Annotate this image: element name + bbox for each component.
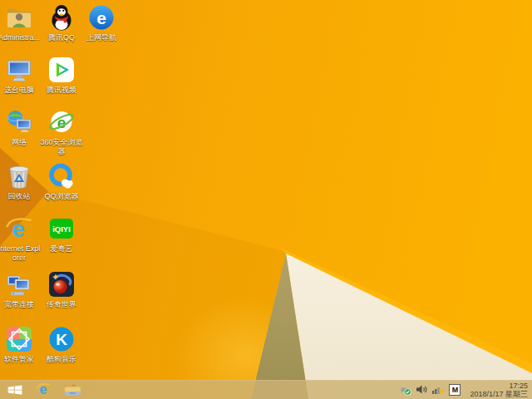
desktop-icon-label: 传奇世界: [40, 300, 83, 309]
user-folder-icon: [5, 3, 33, 32]
ie-icon: e: [5, 214, 33, 243]
desktop-icon-iqiyi[interactable]: iQIYI 爱奇艺: [40, 214, 83, 254]
blue-ring-cloud-icon: [47, 162, 76, 190]
svg-text:K: K: [56, 331, 67, 348]
computer-monitor-icon: [5, 56, 33, 84]
desktop-icon-legend-world[interactable]: 传奇世界: [40, 270, 83, 309]
windows-desktop: Administra... 腾讯QQ e 上网导航: [0, 0, 532, 399]
desktop-icon-administrator[interactable]: Administra...: [0, 3, 41, 42]
svg-text:e: e: [96, 8, 106, 27]
globe-monitor-icon: [5, 108, 33, 136]
blue-e-browser-icon: e: [87, 3, 116, 32]
ime-indicator[interactable]: M: [449, 384, 461, 396]
system-tray: M 17:25 2018/1/17 星期三: [400, 380, 530, 399]
desktop-icon-label: 上网导航: [80, 33, 123, 42]
network-warning-icon[interactable]: [431, 384, 445, 395]
desktop-icon-internet-explorer[interactable]: e Internet Explorer: [0, 214, 41, 262]
desktop-icon-this-pc[interactable]: 这台电脑: [0, 56, 41, 95]
dual-monitor-icon: [5, 270, 33, 298]
desktop-icon-label: Internet Explorer: [0, 244, 41, 262]
trash-can-icon: [5, 162, 33, 190]
iqiyi-logo-icon: iQIYI: [47, 214, 76, 243]
desktop-icon-label: Administra...: [0, 33, 41, 42]
folder-icon: [64, 382, 81, 397]
desktop-icon-label: 网络: [0, 138, 41, 147]
desktop-icon-recycle-bin[interactable]: 回收站: [0, 162, 41, 201]
desktop-icon-label: 软件管家: [0, 355, 41, 364]
clock-time: 17:25: [470, 382, 528, 390]
start-button[interactable]: [2, 380, 28, 399]
desktop-icon-label: 爱奇艺: [40, 244, 83, 254]
windows-logo-icon: [7, 384, 22, 396]
play-triangle-icon: [47, 56, 76, 84]
desktop-icon-kugou-music[interactable]: K 酷狗音乐: [40, 325, 83, 364]
desktop-icon-broadband-connection[interactable]: 宽带连接: [0, 270, 41, 309]
desktop-icon-label: QQ浏览器: [40, 192, 83, 201]
kugou-k-icon: K: [47, 325, 76, 353]
green-e-browser-icon: e: [47, 108, 76, 136]
desktop-icon-label: 腾讯QQ: [40, 33, 83, 42]
desktop-icon-software-manager[interactable]: 软件管家: [0, 325, 41, 364]
desktop-icon-tencent-video[interactable]: 腾讯视频: [40, 56, 83, 95]
desktop-icon-tencent-qq[interactable]: 腾讯QQ: [40, 3, 83, 42]
desktop-icon-label: 回收站: [0, 192, 41, 201]
qq-penguin-icon: [47, 3, 76, 32]
desktop-icon-qq-browser[interactable]: QQ浏览器: [40, 162, 83, 201]
colored-squares-icon: [5, 325, 33, 353]
dragon-orb-game-icon: [47, 270, 76, 298]
svg-text:iQIYI: iQIYI: [52, 224, 71, 234]
desktop-icon-label: 这台电脑: [0, 86, 41, 95]
desktop-icon-360-browser[interactable]: e 360安全浏览器: [40, 108, 83, 155]
desktop-icon-network[interactable]: 网络: [0, 108, 41, 147]
file-explorer-taskbar-button[interactable]: [60, 380, 85, 399]
desktop-icon-label: 宽带连接: [0, 300, 41, 309]
desktop-icon-label: 酷狗音乐: [40, 355, 83, 364]
desktop-icon-label: 腾讯视频: [40, 86, 83, 95]
clock-date: 2018/1/17 星期三: [470, 390, 528, 398]
volume-icon[interactable]: [416, 384, 427, 395]
taskbar-clock[interactable]: 17:25 2018/1/17 星期三: [470, 382, 530, 398]
internet-explorer-taskbar-button[interactable]: e: [32, 380, 55, 399]
ie-icon: e: [36, 382, 52, 397]
taskbar: e: [0, 380, 532, 399]
desktop-icon-web-navigation[interactable]: e 上网导航: [80, 3, 123, 42]
desktop-icon-label: 360安全浏览器: [40, 138, 83, 155]
usb-safely-remove-icon[interactable]: [400, 384, 411, 396]
